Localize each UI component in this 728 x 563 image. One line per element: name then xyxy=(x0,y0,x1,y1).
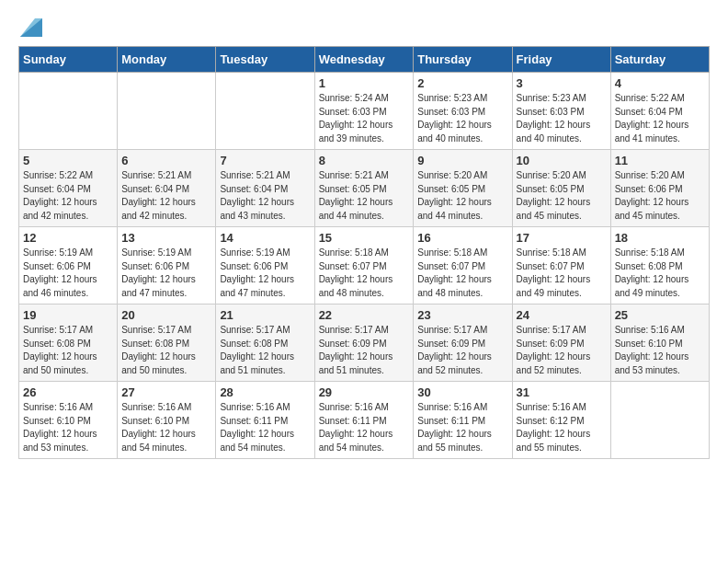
day-header-saturday: Saturday xyxy=(610,47,709,73)
calendar-cell: 18Sunrise: 5:18 AMSunset: 6:08 PMDayligh… xyxy=(610,227,709,304)
day-number: 6 xyxy=(121,154,211,167)
calendar-cell: 13Sunrise: 5:19 AMSunset: 6:06 PMDayligh… xyxy=(118,227,216,304)
calendar-cell: 5Sunrise: 5:22 AMSunset: 6:04 PMDaylight… xyxy=(19,150,118,227)
day-info: Sunrise: 5:17 AMSunset: 6:09 PMDaylight:… xyxy=(319,324,410,377)
calendar-week-row: 26Sunrise: 5:16 AMSunset: 6:10 PMDayligh… xyxy=(19,382,710,459)
day-number: 29 xyxy=(319,385,410,399)
day-info: Sunrise: 5:18 AMSunset: 6:07 PMDaylight:… xyxy=(517,247,607,300)
day-number: 15 xyxy=(319,231,410,245)
svg-marker-1 xyxy=(20,18,42,37)
day-info: Sunrise: 5:19 AMSunset: 6:06 PMDaylight:… xyxy=(23,247,113,300)
calendar-table: SundayMondayTuesdayWednesdayThursdayFrid… xyxy=(18,46,710,459)
calendar-cell: 22Sunrise: 5:17 AMSunset: 6:09 PMDayligh… xyxy=(314,304,414,382)
day-info: Sunrise: 5:22 AMSunset: 6:04 PMDaylight:… xyxy=(23,169,113,223)
day-number: 27 xyxy=(121,385,211,399)
day-number: 2 xyxy=(417,76,507,90)
day-number: 26 xyxy=(23,385,113,399)
calendar-cell: 11Sunrise: 5:20 AMSunset: 6:06 PMDayligh… xyxy=(610,150,709,227)
day-info: Sunrise: 5:18 AMSunset: 6:07 PMDaylight:… xyxy=(319,247,410,300)
calendar-cell: 12Sunrise: 5:19 AMSunset: 6:06 PMDayligh… xyxy=(19,227,118,304)
day-header-thursday: Thursday xyxy=(414,47,512,73)
day-info: Sunrise: 5:20 AMSunset: 6:06 PMDaylight:… xyxy=(615,169,705,223)
calendar-cell: 8Sunrise: 5:21 AMSunset: 6:05 PMDaylight… xyxy=(314,150,414,227)
calendar-cell: 24Sunrise: 5:17 AMSunset: 6:09 PMDayligh… xyxy=(512,304,610,382)
calendar-cell: 29Sunrise: 5:16 AMSunset: 6:11 PMDayligh… xyxy=(314,382,414,459)
calendar-cell xyxy=(216,73,314,150)
calendar-week-row: 1Sunrise: 5:24 AMSunset: 6:03 PMDaylight… xyxy=(19,73,710,150)
calendar-cell: 28Sunrise: 5:16 AMSunset: 6:11 PMDayligh… xyxy=(216,382,314,459)
day-info: Sunrise: 5:20 AMSunset: 6:05 PMDaylight:… xyxy=(417,169,507,223)
day-number: 28 xyxy=(220,385,310,399)
day-number: 25 xyxy=(615,308,705,322)
day-number: 12 xyxy=(23,231,113,245)
day-header-tuesday: Tuesday xyxy=(216,47,314,73)
calendar-cell: 6Sunrise: 5:21 AMSunset: 6:04 PMDaylight… xyxy=(118,150,216,227)
calendar-cell: 26Sunrise: 5:16 AMSunset: 6:10 PMDayligh… xyxy=(19,382,118,459)
day-info: Sunrise: 5:16 AMSunset: 6:11 PMDaylight:… xyxy=(319,401,410,454)
day-number: 21 xyxy=(220,308,310,322)
calendar-cell: 1Sunrise: 5:24 AMSunset: 6:03 PMDaylight… xyxy=(314,73,414,150)
day-number: 24 xyxy=(517,308,607,322)
calendar-week-row: 12Sunrise: 5:19 AMSunset: 6:06 PMDayligh… xyxy=(19,227,710,304)
calendar-cell xyxy=(19,73,118,150)
day-number: 22 xyxy=(319,308,410,322)
day-info: Sunrise: 5:16 AMSunset: 6:10 PMDaylight:… xyxy=(615,324,705,377)
day-number: 20 xyxy=(121,308,211,322)
day-info: Sunrise: 5:18 AMSunset: 6:08 PMDaylight:… xyxy=(615,247,705,300)
day-info: Sunrise: 5:20 AMSunset: 6:05 PMDaylight:… xyxy=(517,169,607,223)
calendar-cell: 17Sunrise: 5:18 AMSunset: 6:07 PMDayligh… xyxy=(512,227,610,304)
calendar-cell: 14Sunrise: 5:19 AMSunset: 6:06 PMDayligh… xyxy=(216,227,314,304)
day-number: 5 xyxy=(23,154,113,167)
day-info: Sunrise: 5:16 AMSunset: 6:12 PMDaylight:… xyxy=(517,401,607,454)
day-number: 31 xyxy=(517,385,607,399)
calendar-week-row: 5Sunrise: 5:22 AMSunset: 6:04 PMDaylight… xyxy=(19,150,710,227)
day-info: Sunrise: 5:17 AMSunset: 6:09 PMDaylight:… xyxy=(517,324,607,377)
day-info: Sunrise: 5:19 AMSunset: 6:06 PMDaylight:… xyxy=(220,247,310,300)
calendar-cell xyxy=(118,73,216,150)
calendar-cell: 7Sunrise: 5:21 AMSunset: 6:04 PMDaylight… xyxy=(216,150,314,227)
day-info: Sunrise: 5:24 AMSunset: 6:03 PMDaylight:… xyxy=(319,92,410,145)
calendar-cell: 16Sunrise: 5:18 AMSunset: 6:07 PMDayligh… xyxy=(414,227,512,304)
day-info: Sunrise: 5:17 AMSunset: 6:08 PMDaylight:… xyxy=(121,324,211,377)
day-header-monday: Monday xyxy=(118,47,216,73)
day-number: 1 xyxy=(319,76,410,90)
day-number: 11 xyxy=(615,154,705,167)
logo-icon xyxy=(20,18,42,37)
day-number: 9 xyxy=(417,154,507,167)
day-number: 13 xyxy=(121,231,211,245)
day-number: 8 xyxy=(319,154,410,167)
day-info: Sunrise: 5:17 AMSunset: 6:09 PMDaylight:… xyxy=(417,324,507,377)
calendar-cell: 25Sunrise: 5:16 AMSunset: 6:10 PMDayligh… xyxy=(610,304,709,382)
day-info: Sunrise: 5:21 AMSunset: 6:04 PMDaylight:… xyxy=(121,169,211,223)
day-number: 14 xyxy=(220,231,310,245)
day-header-wednesday: Wednesday xyxy=(314,47,414,73)
day-info: Sunrise: 5:22 AMSunset: 6:04 PMDaylight:… xyxy=(615,92,705,145)
day-header-friday: Friday xyxy=(512,47,610,73)
day-number: 18 xyxy=(615,231,705,245)
calendar-cell: 10Sunrise: 5:20 AMSunset: 6:05 PMDayligh… xyxy=(512,150,610,227)
day-info: Sunrise: 5:21 AMSunset: 6:05 PMDaylight:… xyxy=(319,169,410,223)
calendar-cell: 15Sunrise: 5:18 AMSunset: 6:07 PMDayligh… xyxy=(314,227,414,304)
calendar-cell: 31Sunrise: 5:16 AMSunset: 6:12 PMDayligh… xyxy=(512,382,610,459)
calendar-cell: 3Sunrise: 5:23 AMSunset: 6:03 PMDaylight… xyxy=(512,73,610,150)
calendar-cell: 30Sunrise: 5:16 AMSunset: 6:11 PMDayligh… xyxy=(414,382,512,459)
calendar-cell xyxy=(610,382,709,459)
day-number: 7 xyxy=(220,154,310,167)
day-number: 10 xyxy=(517,154,607,167)
day-info: Sunrise: 5:16 AMSunset: 6:10 PMDaylight:… xyxy=(121,401,211,454)
calendar-week-row: 19Sunrise: 5:17 AMSunset: 6:08 PMDayligh… xyxy=(19,304,710,382)
calendar-cell: 19Sunrise: 5:17 AMSunset: 6:08 PMDayligh… xyxy=(19,304,118,382)
calendar-cell: 9Sunrise: 5:20 AMSunset: 6:05 PMDaylight… xyxy=(414,150,512,227)
day-info: Sunrise: 5:18 AMSunset: 6:07 PMDaylight:… xyxy=(417,247,507,300)
day-info: Sunrise: 5:23 AMSunset: 6:03 PMDaylight:… xyxy=(417,92,507,145)
day-number: 4 xyxy=(615,76,705,90)
day-number: 23 xyxy=(417,308,507,322)
day-number: 17 xyxy=(517,231,607,245)
calendar-header-row: SundayMondayTuesdayWednesdayThursdayFrid… xyxy=(19,47,710,73)
day-number: 30 xyxy=(417,385,507,399)
calendar-cell: 27Sunrise: 5:16 AMSunset: 6:10 PMDayligh… xyxy=(118,382,216,459)
day-header-sunday: Sunday xyxy=(19,47,118,73)
calendar-cell: 2Sunrise: 5:23 AMSunset: 6:03 PMDaylight… xyxy=(414,73,512,150)
day-info: Sunrise: 5:19 AMSunset: 6:06 PMDaylight:… xyxy=(121,247,211,300)
calendar-body: 1Sunrise: 5:24 AMSunset: 6:03 PMDaylight… xyxy=(19,73,710,459)
